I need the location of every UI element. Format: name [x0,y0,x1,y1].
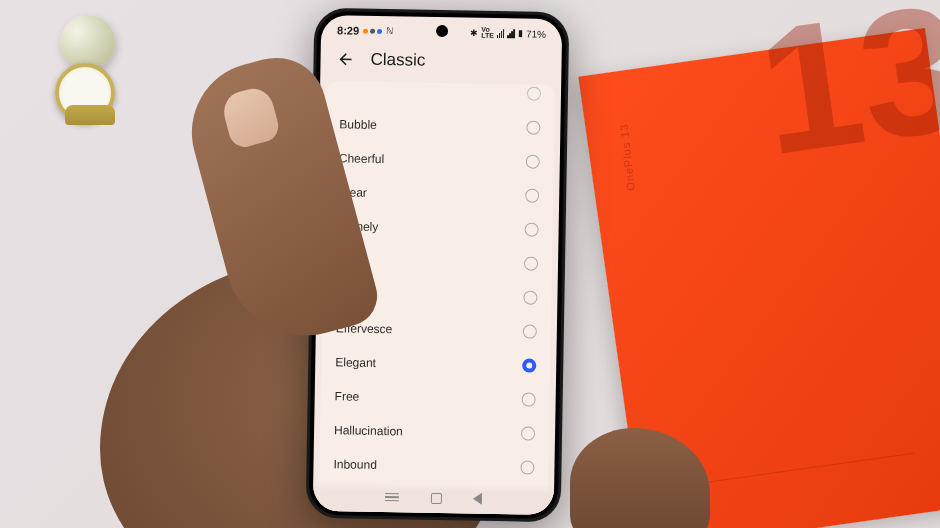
nav-recent-button[interactable] [385,493,399,502]
battery-percent: 71% [526,28,546,39]
radio-icon[interactable] [525,189,539,203]
ringtone-item[interactable] [326,81,555,111]
radio-icon[interactable] [527,87,541,101]
ringtone-label: Cheerful [339,151,385,166]
radio-icon[interactable] [522,392,536,406]
signal-icon [507,29,515,38]
ringtone-item[interactable]: Bubble [325,107,555,145]
radio-icon[interactable] [523,291,537,305]
thumb-nail [219,84,282,150]
notif-dot-icon [363,28,368,33]
notification-icons [363,28,382,33]
radio-icon[interactable] [520,460,534,474]
radio-icon[interactable] [525,223,539,237]
battery-icon: ▮ [518,28,523,38]
status-time: 8:29 [337,24,359,36]
nav-home-button[interactable] [430,492,441,503]
box-number-text: 13 [752,0,940,165]
page-title: Classic [370,50,425,71]
volte-icon: Vo LTE [481,26,494,39]
ringtone-label: Inbound [333,457,377,472]
radio-icon[interactable] [523,325,537,339]
desk-clock [45,35,135,125]
ringtone-label: Bubble [339,117,377,132]
radio-icon[interactable] [526,121,540,135]
nav-back-button[interactable] [473,493,482,505]
radio-icon[interactable] [522,358,536,372]
box-brand-text: OnePlus 13 [618,123,637,191]
clock-ball [60,15,115,70]
ringtone-item[interactable]: Free [320,379,550,417]
notif-dot-icon [370,28,375,33]
radio-icon[interactable] [521,426,535,440]
page-header: Classic [320,41,562,85]
ringtone-label: Hallucination [334,423,403,438]
ringtone-item[interactable]: Elegant [321,345,551,383]
ringtone-item[interactable]: Clear [324,175,554,213]
signal-icon [497,29,505,38]
bluetooth-icon: ✱ [470,28,478,38]
nfc-icon: ℕ [386,26,393,36]
clock-base [65,105,115,125]
radio-icon[interactable] [524,257,538,271]
notif-dot-icon [377,28,382,33]
ringtone-item[interactable]: Inbound [319,447,549,485]
radio-icon[interactable] [526,155,540,169]
ringtone-item[interactable]: Hallucination [320,413,550,451]
ringtone-item[interactable]: Cheerful [325,141,555,179]
ringtone-label: Free [335,389,360,403]
ringtone-label: Elegant [335,355,376,370]
back-button[interactable] [336,50,354,68]
arrow-left-icon [336,50,354,68]
navigation-bar [313,481,554,515]
